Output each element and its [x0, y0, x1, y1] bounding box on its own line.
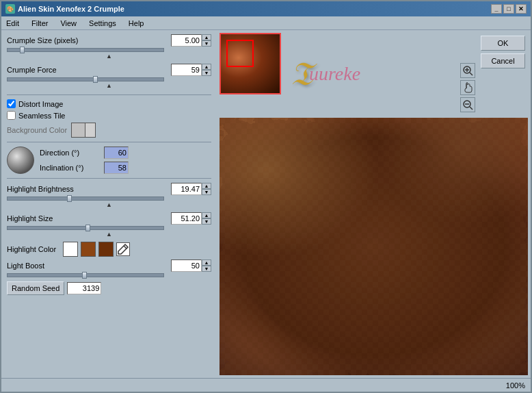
main-window: 🎨 Alien Skin Xenofex 2 Crumple _ □ ✕ Edi… — [0, 0, 532, 393]
preview-thumbnail — [220, 33, 281, 94]
preview-logo: 𝔗 uureke — [284, 33, 457, 115]
light-boost-row: Light Boost ▲ ▼ — [7, 259, 211, 272]
window-title: Alien Skin Xenofex 2 Crumple — [18, 5, 124, 13]
highlight-size-group: Highlight Size ▲ ▼ ▲ — [7, 212, 211, 239]
direction-params: Direction (°) Inclination (°) — [40, 147, 129, 174]
ok-button[interactable]: OK — [481, 36, 525, 51]
menu-bar: Edit Filter View Settings Help — [1, 16, 531, 30]
crumple-size-down[interactable]: ▼ — [202, 40, 211, 47]
distort-image-checkbox[interactable] — [7, 99, 16, 108]
ok-cancel-section: OK Cancel — [478, 33, 528, 115]
svg-line-5 — [470, 107, 473, 110]
thumb-image — [221, 34, 280, 93]
hb-arrow: ▲ — [7, 201, 211, 208]
title-bar-left: 🎨 Alien Skin Xenofex 2 Crumple — [5, 4, 124, 14]
svg-line-1 — [470, 73, 473, 75]
highlight-brightness-slider-row: ▲ — [7, 196, 211, 208]
highlight-brightness-down[interactable]: ▼ — [202, 189, 211, 195]
crumple-force-label: Crumple Force — [7, 66, 171, 74]
title-controls: _ □ ✕ — [491, 4, 527, 14]
menu-settings[interactable]: Settings — [87, 18, 118, 28]
menu-filter[interactable]: Filter — [29, 18, 50, 28]
right-panel: 𝔗 uureke OK Cancel — [217, 30, 531, 378]
light-boost-input[interactable] — [171, 259, 202, 272]
random-seed-button[interactable]: Random Seed — [7, 281, 64, 295]
zoom-fit-button[interactable] — [460, 63, 475, 78]
crumple-force-slider-row: ▲ — [7, 77, 211, 89]
menu-help[interactable]: Help — [127, 18, 146, 28]
seamless-tile-checkbox[interactable] — [7, 111, 16, 120]
highlight-brightness-slider[interactable] — [7, 196, 164, 201]
logo-text: uureke — [309, 63, 360, 85]
crumple-force-thumb[interactable] — [93, 76, 98, 83]
zoom-in-button[interactable] — [460, 97, 475, 112]
crumple-force-slider[interactable] — [7, 77, 164, 81]
status-bar: 100% — [1, 378, 531, 392]
crumple-size-spinner: ▲ ▼ — [202, 34, 211, 47]
menu-view[interactable]: View — [58, 18, 79, 28]
crumple-svg — [220, 118, 528, 375]
highlight-color-edit[interactable] — [116, 242, 130, 256]
highlight-brightness-row: Highlight Brightness ▲ ▼ — [7, 183, 211, 195]
highlight-brightness-thumb[interactable] — [67, 195, 72, 202]
light-boost-slider[interactable] — [7, 273, 164, 277]
crumple-force-up[interactable]: ▲ — [202, 64, 211, 70]
highlight-brightness-up[interactable]: ▲ — [202, 183, 211, 189]
bg-color-swatch-1[interactable] — [71, 123, 86, 138]
highlight-brightness-group: Highlight Brightness ▲ ▼ ▲ — [7, 183, 211, 210]
cancel-button[interactable]: Cancel — [481, 53, 525, 68]
maximize-button[interactable]: □ — [503, 4, 514, 14]
bg-color-section: Background Color — [7, 123, 211, 138]
crumple-size-label: Crumple Size (pixels) — [7, 36, 171, 45]
light-boost-group: Light Boost ▲ ▼ — [7, 259, 211, 279]
light-boost-down[interactable]: ▼ — [202, 266, 211, 272]
crumple-force-input[interactable] — [171, 64, 202, 76]
highlight-color-brown1[interactable] — [81, 242, 96, 257]
highlight-size-row: Highlight Size ▲ ▼ — [7, 212, 211, 225]
crumple-force-row: Crumple Force ▲ ▼ — [7, 64, 211, 76]
crumple-size-group: Crumple Size (pixels) ▲ ▼ ▲ — [7, 34, 211, 61]
crumple-image — [220, 118, 528, 375]
crumple-force-down[interactable]: ▼ — [202, 70, 211, 76]
crumple-size-input[interactable] — [171, 34, 202, 47]
bg-color-label: Background Color — [7, 126, 67, 134]
crumple-size-arrow: ▲ — [7, 53, 211, 60]
minimize-button[interactable]: _ — [491, 4, 502, 14]
seamless-tile-row: Seamless Tile — [7, 111, 211, 120]
highlight-color-label: Highlight Color — [7, 245, 56, 253]
distort-image-label: Distort Image — [18, 100, 63, 108]
direction-row: Direction (°) — [40, 147, 129, 159]
distort-image-row: Distort Image — [7, 99, 211, 108]
app-icon: 🎨 — [5, 4, 15, 14]
highlight-size-input[interactable] — [171, 212, 202, 225]
highlight-color-brown2[interactable] — [98, 242, 114, 257]
divider-2 — [7, 142, 211, 142]
crumple-size-up[interactable]: ▲ — [202, 34, 211, 40]
crumple-size-slider[interactable] — [7, 48, 164, 52]
close-button[interactable]: ✕ — [516, 4, 527, 14]
highlight-size-label: Highlight Size — [7, 214, 171, 223]
random-seed-input[interactable] — [67, 282, 101, 294]
highlight-color-white[interactable] — [63, 242, 78, 257]
highlight-size-down[interactable]: ▼ — [202, 218, 211, 225]
hand-tool-button[interactable] — [460, 80, 475, 95]
bg-color-swatch-2[interactable] — [85, 123, 96, 138]
divider-1 — [7, 94, 211, 95]
highlight-size-spinner: ▲ ▼ — [202, 212, 211, 225]
highlight-brightness-input[interactable] — [171, 183, 202, 195]
inclination-input[interactable] — [104, 162, 129, 174]
direction-input[interactable] — [104, 147, 129, 159]
light-boost-thumb[interactable] — [82, 272, 87, 279]
preview-tools-container — [460, 33, 475, 115]
left-panel: Crumple Size (pixels) ▲ ▼ ▲ Cr — [1, 30, 217, 378]
highlight-size-up[interactable]: ▲ — [202, 212, 211, 218]
highlight-size-thumb[interactable] — [85, 225, 90, 231]
crumple-size-thumb[interactable] — [20, 47, 25, 53]
light-boost-slider-row — [7, 273, 211, 277]
highlight-size-slider[interactable] — [7, 226, 164, 230]
main-preview[interactable] — [220, 118, 528, 375]
seamless-tile-label: Seamless Tile — [18, 112, 65, 120]
light-boost-label: Light Boost — [7, 262, 171, 270]
menu-edit[interactable]: Edit — [4, 18, 21, 28]
light-boost-up[interactable]: ▲ — [202, 259, 211, 266]
